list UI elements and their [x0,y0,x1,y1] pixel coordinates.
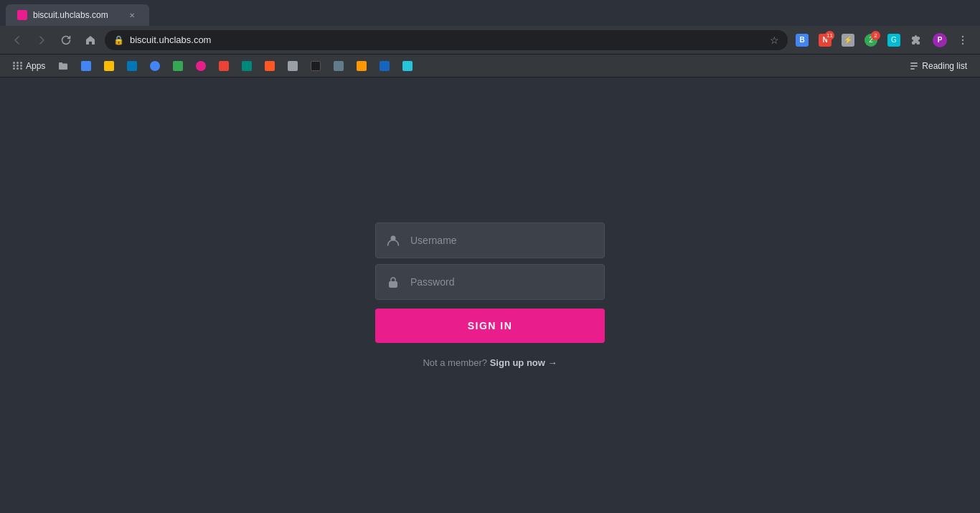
bookmark-14[interactable] [374,57,395,75]
bookmark-1[interactable] [75,57,97,75]
extension-icon-2[interactable]: N 11 [815,30,835,50]
signup-link[interactable]: Sign up now [490,357,545,368]
bookmark-3[interactable] [121,57,143,75]
back-button[interactable] [7,30,27,50]
bookmark-5[interactable] [167,57,189,75]
tab-close-button[interactable]: ✕ [126,9,138,21]
svg-point-1 [962,39,963,40]
extensions-button[interactable] [907,30,927,50]
profile-button[interactable]: P [930,30,950,50]
signup-arrow: → [548,357,557,368]
password-field-group [375,264,605,300]
extension-icon-1[interactable]: B [792,30,812,50]
password-input[interactable] [410,265,604,299]
tab-favicon [17,10,27,20]
svg-point-0 [962,35,963,37]
lock-icon: 🔒 [113,35,124,45]
address-bar[interactable]: 🔒 biscuit.uhclabs.com ☆ [105,30,788,50]
svg-rect-5 [910,68,915,70]
extension-icon-4[interactable]: 2 2 [861,30,881,50]
sign-in-button[interactable]: SIGN IN [375,309,605,343]
nav-right-icons: B N 11 ⚡ 2 2 G P [792,30,973,50]
bookmark-11[interactable] [305,57,326,75]
bookmark-4[interactable] [144,57,166,75]
svg-rect-7 [389,281,397,288]
svg-point-2 [962,42,963,44]
home-button[interactable] [80,30,100,50]
apps-grid-icon [13,61,23,71]
nav-bar: 🔒 biscuit.uhclabs.com ☆ B N 11 ⚡ 2 2 G [0,26,980,55]
bookmark-12[interactable] [328,57,349,75]
login-form: SIGN IN Not a member? Sign up now → [375,222,605,368]
forward-button[interactable] [32,30,52,50]
tab-bar: biscuit.uhclabs.com ✕ [0,0,980,26]
bookmark-7[interactable] [213,57,235,75]
reload-button[interactable] [56,30,76,50]
bookmark-folder[interactable] [52,57,74,75]
user-icon [376,223,410,258]
not-member-text: Not a member? [423,357,487,368]
tab-title: biscuit.uhclabs.com [33,10,121,20]
bookmark-8[interactable] [236,57,258,75]
page-content: SIGN IN Not a member? Sign up now → [0,77,980,513]
svg-rect-3 [910,62,918,64]
reading-list-label: Reading list [922,61,967,71]
bookmarks-bar: Apps [0,55,980,77]
signup-section: Not a member? Sign up now → [375,357,605,368]
bookmark-15[interactable] [397,57,418,75]
bookmark-13[interactable] [351,57,372,75]
bookmark-10[interactable] [282,57,303,75]
bookmark-6[interactable] [190,57,212,75]
username-field-group [375,222,605,258]
bookmark-star-icon[interactable]: ☆ [770,34,779,46]
apps-label: Apps [26,61,45,71]
bookmark-9[interactable] [259,57,281,75]
bookmarks-apps[interactable]: Apps [7,57,51,75]
username-input[interactable] [410,223,604,258]
reading-list-button[interactable]: Reading list [903,57,973,75]
extension-icon-3[interactable]: ⚡ [838,30,858,50]
browser-chrome: biscuit.uhclabs.com ✕ 🔒 biscuit.uhclabs.… [0,0,980,77]
address-text: biscuit.uhclabs.com [130,34,764,45]
active-tab[interactable]: biscuit.uhclabs.com ✕ [6,4,149,26]
menu-button[interactable] [953,30,973,50]
svg-rect-4 [910,65,918,67]
lock-field-icon [376,265,410,299]
extension-icon-5[interactable]: G [884,30,904,50]
bookmark-2[interactable] [98,57,120,75]
